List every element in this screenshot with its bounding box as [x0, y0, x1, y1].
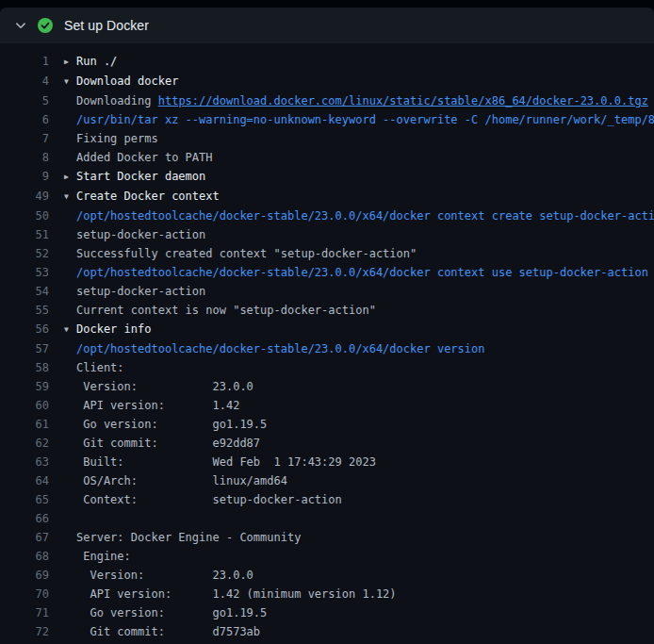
log-line: 62 Git commit: e92dd87	[0, 434, 654, 453]
log-text	[64, 509, 76, 528]
log-text: Fixing perms	[64, 129, 158, 148]
line-number[interactable]: 65	[0, 490, 49, 509]
log-line: 65 Context: setup-docker-action	[0, 490, 654, 509]
log-line: 6/usr/bin/tar xz --warning=no-unknown-ke…	[0, 110, 654, 129]
line-number[interactable]: 55	[0, 301, 49, 320]
log-text: OS/Arch: linux/amd64	[64, 471, 287, 490]
log-line: 66	[0, 509, 654, 528]
log-text: Git commit: e92dd87	[64, 434, 260, 453]
success-check-icon	[38, 18, 53, 33]
log-text: Client:	[64, 358, 124, 377]
line-number[interactable]: 6	[0, 110, 49, 129]
log-line: 5Downloading https://download.docker.com…	[0, 91, 654, 110]
log-text-prefix: Downloading	[76, 94, 158, 107]
group-chevron-expanded-icon[interactable]: ▼	[64, 321, 76, 339]
log-line: 50/opt/hostedtoolcache/docker-stable/23.…	[0, 206, 654, 225]
log-line: 53/opt/hostedtoolcache/docker-stable/23.…	[0, 263, 654, 282]
line-number[interactable]: 5	[0, 91, 49, 110]
log-text: Current context is now "setup-docker-act…	[64, 301, 376, 320]
log-text: /opt/hostedtoolcache/docker-stable/23.0.…	[64, 263, 648, 282]
log-line: 61 Go version: go1.19.5	[0, 415, 654, 434]
log-text: Go version: go1.19.5	[64, 415, 267, 434]
log-text: /opt/hostedtoolcache/docker-stable/23.0.…	[64, 206, 654, 225]
line-number[interactable]: 52	[0, 244, 49, 263]
line-number[interactable]: 62	[0, 434, 49, 453]
group-chevron-collapsed-icon[interactable]: ▶	[64, 168, 76, 187]
log-text: Server: Docker Engine - Community	[64, 528, 301, 547]
group-chevron-expanded-icon[interactable]: ▼	[64, 73, 76, 91]
log-container: 1▶Run ./4▼Download docker5Downloading ht…	[0, 43, 654, 644]
line-number[interactable]: 66	[0, 509, 49, 528]
log-text: /opt/hostedtoolcache/docker-stable/23.0.…	[64, 339, 484, 358]
line-number[interactable]: 51	[0, 225, 49, 244]
log-line: 51setup-docker-action	[0, 225, 654, 244]
line-number[interactable]: 56	[0, 320, 49, 339]
line-number[interactable]: 53	[0, 263, 49, 282]
line-number[interactable]: 7	[0, 129, 49, 148]
log-line: 70 API version: 1.42 (minimum version 1.…	[0, 585, 654, 603]
line-number[interactable]: 64	[0, 471, 49, 490]
line-number[interactable]: 49	[0, 187, 49, 206]
line-number[interactable]: 71	[0, 603, 49, 622]
log-text[interactable]: ▼Docker info	[64, 320, 151, 339]
download-url-link[interactable]: https://download.docker.com/linux/static…	[158, 94, 648, 107]
line-number[interactable]: 58	[0, 358, 49, 377]
log-text: Version: 23.0.0	[64, 377, 253, 396]
workflow-step-log: Set up Docker 1▶Run ./4▼Download docker5…	[0, 8, 654, 644]
log-text: Engine:	[64, 547, 131, 566]
line-number[interactable]: 63	[0, 453, 49, 471]
group-title: Create Docker context	[76, 190, 220, 203]
log-line: 57/opt/hostedtoolcache/docker-stable/23.…	[0, 339, 654, 358]
line-number[interactable]: 69	[0, 566, 49, 585]
log-text: setup-docker-action	[64, 282, 205, 301]
log-text: API version: 1.42 (minimum version 1.12)	[64, 585, 397, 603]
group-chevron-collapsed-icon[interactable]: ▶	[64, 53, 76, 72]
log-line: 52Successfully created context "setup-do…	[0, 244, 654, 263]
step-title: Set up Docker	[64, 18, 149, 33]
line-number[interactable]: 1	[0, 52, 49, 72]
group-title: Run ./	[76, 55, 117, 68]
line-number[interactable]: 4	[0, 72, 49, 91]
log-text: /usr/bin/tar xz --warning=no-unknown-key…	[64, 110, 654, 129]
line-number[interactable]: 54	[0, 282, 49, 301]
line-number[interactable]: 59	[0, 377, 49, 396]
line-number[interactable]: 67	[0, 528, 49, 547]
log-line: 54setup-docker-action	[0, 282, 654, 301]
log-text: Version: 23.0.0	[64, 566, 253, 585]
log-line: 7Fixing perms	[0, 129, 654, 148]
log-line: 69 Version: 23.0.0	[0, 566, 654, 585]
log-line: 71 Go version: go1.19.5	[0, 603, 654, 622]
log-line: 63 Built: Wed Feb 1 17:43:29 2023	[0, 453, 654, 471]
line-number[interactable]: 68	[0, 547, 49, 566]
log-text[interactable]: ▶Start Docker daemon	[64, 167, 205, 187]
line-number[interactable]: 72	[0, 622, 49, 641]
log-text[interactable]: ▶Run ./	[64, 52, 117, 72]
log-line: 58Client:	[0, 358, 654, 377]
log-text[interactable]: ▼Create Docker context	[64, 187, 220, 206]
log-line: 49▼Create Docker context	[0, 187, 654, 206]
line-number[interactable]: 61	[0, 415, 49, 434]
log-line: 59 Version: 23.0.0	[0, 377, 654, 396]
log-line: 67Server: Docker Engine - Community	[0, 528, 654, 547]
log-text: Built: Wed Feb 1 17:43:29 2023	[64, 453, 376, 471]
line-number[interactable]: 8	[0, 148, 49, 167]
group-chevron-expanded-icon[interactable]: ▼	[64, 188, 76, 206]
group-title: Start Docker daemon	[76, 170, 205, 183]
chevron-down-icon[interactable]	[15, 20, 26, 31]
line-number[interactable]: 60	[0, 396, 49, 415]
log-text: Downloading https://download.docker.com/…	[64, 91, 648, 110]
log-text[interactable]: ▼Download docker	[64, 72, 178, 91]
log-line: 56▼Docker info	[0, 320, 654, 339]
line-number[interactable]: 70	[0, 585, 49, 603]
log-text: Git commit: d7573ab	[64, 622, 260, 641]
log-line: 68 Engine:	[0, 547, 654, 566]
log-line: 64 OS/Arch: linux/amd64	[0, 471, 654, 490]
step-header[interactable]: Set up Docker	[0, 8, 654, 43]
group-title: Download docker	[76, 74, 178, 88]
line-number[interactable]: 9	[0, 167, 49, 187]
log-line: 72 Git commit: d7573ab	[0, 622, 654, 641]
log-line: 9▶Start Docker daemon	[0, 167, 654, 187]
line-number[interactable]: 57	[0, 339, 49, 358]
line-number[interactable]: 50	[0, 206, 49, 225]
log-line: 8Added Docker to PATH	[0, 148, 654, 167]
